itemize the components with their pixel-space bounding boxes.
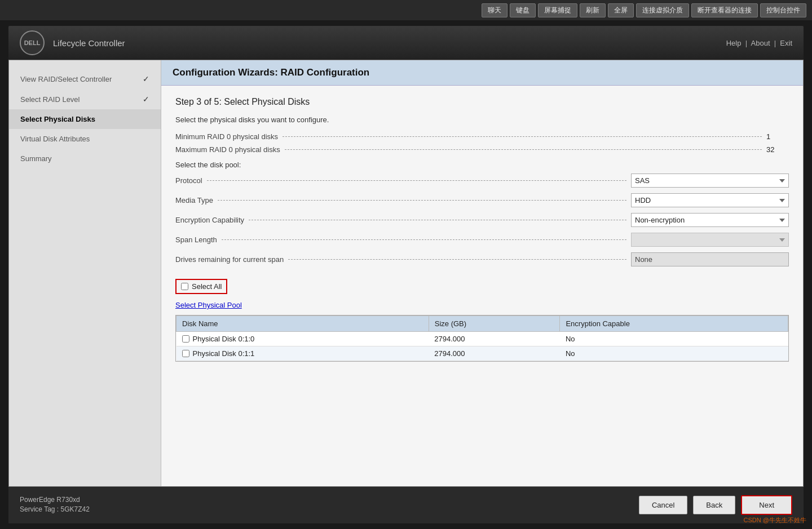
col-size: Size (GB) bbox=[429, 316, 560, 332]
encryption-row: Encryption Capability Non-encryption bbox=[175, 213, 789, 227]
select-physical-pool-link[interactable]: Select Physical Pool bbox=[175, 301, 789, 309]
toolbar-chat-button[interactable]: 聊天 bbox=[482, 3, 508, 17]
min-disks-label: Minimum RAID 0 physical disks bbox=[175, 132, 766, 141]
config-title: Configuration Wizards: RAID Configuratio… bbox=[173, 67, 792, 78]
min-disks-value: 1 bbox=[766, 132, 789, 141]
max-disks-value: 32 bbox=[766, 145, 789, 154]
select-all-row[interactable]: Select All bbox=[175, 279, 227, 294]
disk-size-cell: 2794.000 bbox=[429, 346, 560, 361]
sidebar: View RAID/Select Controller ✓ Select RAI… bbox=[9, 60, 161, 486]
table-header-row: Disk Name Size (GB) Encryption Capable bbox=[176, 316, 788, 332]
toolbar-screenshot-button[interactable]: 屏幕捕捉 bbox=[538, 3, 577, 17]
dell-logo-area: DELL Lifecycle Controller bbox=[20, 30, 125, 55]
max-disks-label: Maximum RAID 0 physical disks bbox=[175, 145, 766, 154]
footer-info: PowerEdge R730xd Service Tag : 5GK7Z42 bbox=[20, 496, 90, 515]
footer-buttons: Cancel Back Next bbox=[639, 495, 792, 515]
sidebar-check-1: ✓ bbox=[143, 95, 149, 104]
span-length-row: Span Length bbox=[175, 233, 789, 247]
step-description: Select the physical disks you want to co… bbox=[175, 115, 789, 124]
disk-checkbox[interactable] bbox=[182, 350, 189, 357]
media-type-label: Media Type bbox=[175, 196, 631, 205]
help-link[interactable]: Help bbox=[726, 39, 742, 47]
sidebar-item-virtual-disk-attributes[interactable]: Virtual Disk Attributes bbox=[9, 129, 161, 149]
sidebar-item-label: View RAID/Select Controller bbox=[20, 75, 112, 83]
dell-logo-icon: DELL bbox=[20, 30, 45, 55]
step-content: Step 3 of 5: Select Physical Disks Selec… bbox=[161, 86, 803, 486]
header-links: Help | About | Exit bbox=[726, 39, 792, 47]
back-button[interactable]: Back bbox=[693, 496, 735, 514]
protocol-select[interactable]: SAS bbox=[631, 174, 789, 188]
disk-name-cell: Physical Disk 0:1:0 bbox=[176, 332, 429, 346]
select-all-checkbox[interactable] bbox=[181, 283, 188, 290]
toolbar-virtual-media-button[interactable]: 连接虚拟介质 bbox=[636, 3, 689, 17]
sidebar-item-label: Virtual Disk Attributes bbox=[20, 135, 90, 143]
footer-model: PowerEdge R730xd bbox=[20, 496, 90, 504]
sidebar-item-select-physical-disks[interactable]: Select Physical Disks bbox=[9, 109, 161, 129]
sidebar-item-label: Select RAID Level bbox=[20, 95, 80, 104]
sidebar-item-label: Select Physical Disks bbox=[20, 115, 95, 123]
disk-pool-section-label: Select the disk pool: bbox=[175, 161, 789, 169]
step-title: Step 3 of 5: Select Physical Disks bbox=[175, 97, 789, 107]
table-row[interactable]: Physical Disk 0:1:0 2794.000 No bbox=[176, 332, 788, 346]
toolbar-refresh-button[interactable]: 刷新 bbox=[580, 3, 606, 17]
disk-name-cell: Physical Disk 0:1:1 bbox=[176, 346, 429, 361]
cancel-button[interactable]: Cancel bbox=[639, 496, 687, 514]
disk-table-wrapper: Disk Name Size (GB) Encryption Capable P… bbox=[175, 315, 789, 362]
toolbar-console-button[interactable]: 控制台控件 bbox=[760, 3, 806, 17]
encryption-select[interactable]: Non-encryption bbox=[631, 213, 789, 227]
sidebar-item-view-raid[interactable]: View RAID/Select Controller ✓ bbox=[9, 69, 161, 89]
about-link[interactable]: About bbox=[751, 39, 770, 47]
max-disks-row: Maximum RAID 0 physical disks 32 bbox=[175, 145, 789, 154]
disk-checkbox[interactable] bbox=[182, 335, 189, 343]
disk-encryption-cell: No bbox=[560, 346, 788, 361]
min-disks-row: Minimum RAID 0 physical disks 1 bbox=[175, 132, 789, 141]
drives-remaining-value: None bbox=[631, 252, 789, 266]
drives-remaining-row: Drives remaining for current span None bbox=[175, 252, 789, 266]
protocol-row: Protocol SAS bbox=[175, 174, 789, 188]
sidebar-check-0: ✓ bbox=[143, 74, 149, 83]
protocol-label: Protocol bbox=[175, 176, 631, 185]
config-title-bar: Configuration Wizards: RAID Configuratio… bbox=[161, 60, 803, 86]
top-toolbar: 聊天 键盘 屏幕捕捉 刷新 全屏 连接虚拟介质 断开查看器的连接 控制台控件 bbox=[0, 0, 812, 20]
encryption-label: Encryption Capability bbox=[175, 216, 631, 224]
disk-size-cell: 2794.000 bbox=[429, 332, 560, 346]
sidebar-item-select-raid-level[interactable]: Select RAID Level ✓ bbox=[9, 89, 161, 109]
drives-remaining-label: Drives remaining for current span bbox=[175, 255, 631, 264]
media-type-row: Media Type HDD bbox=[175, 193, 789, 207]
footer-service-tag: Service Tag : 5GK7Z42 bbox=[20, 505, 90, 513]
disk-table: Disk Name Size (GB) Encryption Capable P… bbox=[176, 315, 788, 361]
app-title: Lifecycle Controller bbox=[53, 38, 125, 48]
app-window: DELL Lifecycle Controller Help | About |… bbox=[0, 20, 812, 529]
footer: PowerEdge R730xd Service Tag : 5GK7Z42 C… bbox=[8, 487, 804, 523]
watermark: CSDN @牛先生不姓牛 bbox=[744, 516, 806, 524]
select-all-label: Select All bbox=[192, 282, 222, 291]
sidebar-item-label: Summary bbox=[20, 154, 52, 163]
toolbar-keyboard-button[interactable]: 键盘 bbox=[510, 3, 536, 17]
toolbar-disconnect-button[interactable]: 断开查看器的连接 bbox=[691, 3, 758, 17]
dell-header: DELL Lifecycle Controller Help | About |… bbox=[8, 26, 804, 60]
content-panel: Configuration Wizards: RAID Configuratio… bbox=[161, 60, 803, 486]
span-length-label: Span Length bbox=[175, 235, 631, 244]
main-area: View RAID/Select Controller ✓ Select RAI… bbox=[8, 60, 804, 487]
sidebar-item-summary[interactable]: Summary bbox=[9, 149, 161, 168]
exit-link[interactable]: Exit bbox=[780, 39, 792, 47]
dell-logo-text: DELL bbox=[24, 39, 41, 46]
next-button[interactable]: Next bbox=[741, 495, 792, 515]
media-type-select[interactable]: HDD bbox=[631, 193, 789, 207]
table-row[interactable]: Physical Disk 0:1:1 2794.000 No bbox=[176, 346, 788, 361]
col-disk-name: Disk Name bbox=[176, 316, 429, 332]
span-length-select[interactable] bbox=[631, 233, 789, 247]
toolbar-fullscreen-button[interactable]: 全屏 bbox=[608, 3, 634, 17]
col-encryption: Encryption Capable bbox=[560, 316, 788, 332]
disk-encryption-cell: No bbox=[560, 332, 788, 346]
